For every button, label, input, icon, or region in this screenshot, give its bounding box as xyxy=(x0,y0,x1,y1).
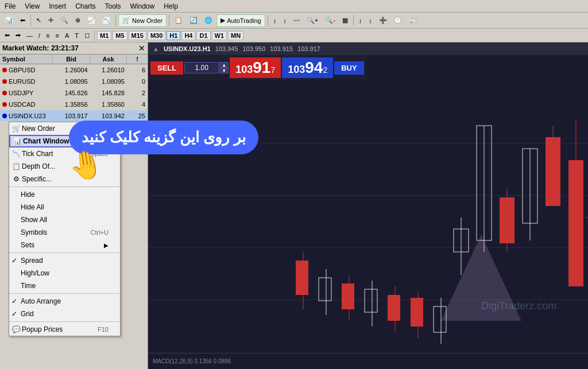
tf-w1[interactable]: W1 xyxy=(212,31,227,40)
cm-highlow[interactable]: High/Low xyxy=(9,267,120,279)
toolbar-btn-14[interactable]: ↕ xyxy=(366,14,375,27)
toolbar2-btn-4[interactable]: / xyxy=(36,30,42,41)
toolbar-btn-16[interactable]: 🕐 xyxy=(391,14,405,27)
toolbar-zoom-out[interactable]: 🔍- xyxy=(322,14,338,27)
tf-m5[interactable]: M5 xyxy=(113,31,127,40)
auto-arrange-checkmark: ✓ xyxy=(11,297,17,305)
toolbar2-font[interactable]: A xyxy=(63,30,71,41)
cm-grid[interactable]: ✓ Grid xyxy=(9,308,120,320)
indicator-usdcad xyxy=(2,102,7,107)
usdcad-ask: 1.35860 xyxy=(90,101,127,108)
menu-insert[interactable]: Insert xyxy=(44,1,71,11)
market-watch-close-btn[interactable]: ✕ xyxy=(138,44,145,53)
toolbar2-btn-1[interactable]: ⬅ xyxy=(2,30,12,41)
market-watch-row-gbpusd[interactable]: GBPUSD 1.26004 1.26010 6 xyxy=(0,64,148,76)
cm-new-order-label: New Order xyxy=(22,125,55,133)
auto-trading-btn[interactable]: ▶ AutoTrading xyxy=(216,14,265,27)
toolbar2-btn-8[interactable]: ◻ xyxy=(82,30,92,41)
menu-charts[interactable]: Charts xyxy=(71,1,100,11)
cm-show-all-label: Show All xyxy=(21,216,47,224)
main-layout: Market Watch: 23:21:37 ✕ Symbol Bid Ask … xyxy=(0,42,588,369)
toolbar2-btn-7[interactable]: T xyxy=(72,30,81,41)
cm-hide[interactable]: Hide xyxy=(9,188,120,201)
toolbar-btn-7[interactable]: 🔄 xyxy=(187,14,200,27)
chart-area[interactable]: ▲ USINDX.U23.H1 103.945 103.950 103.915 … xyxy=(148,42,588,369)
cm-popup-prices[interactable]: 💬 Popup Prices F10 xyxy=(9,323,120,336)
market-watch-row-usdcad[interactable]: USDCAD 1.35856 1.35860 4 xyxy=(0,99,148,110)
toolbar-btn-6[interactable]: 📋 xyxy=(172,14,185,27)
menu-view[interactable]: View xyxy=(20,1,44,11)
cm-sep-4 xyxy=(9,321,120,322)
toolbar2-btn-3[interactable]: — xyxy=(24,30,35,41)
tf-mn[interactable]: MN xyxy=(228,31,243,40)
menu-tools[interactable]: Tools xyxy=(100,1,126,11)
toolbar-btn-8[interactable]: 🌐 xyxy=(202,14,215,27)
cm-sets[interactable]: Sets ▶ xyxy=(9,239,120,251)
toolbar-zoom[interactable]: 🔍 xyxy=(57,14,71,27)
buy-button[interactable]: BUY xyxy=(334,61,363,75)
indicator-gbpusd xyxy=(2,68,7,72)
toolbar2-btn-2[interactable]: ➡ xyxy=(13,30,23,41)
toolbar-btn-12[interactable]: ▦ xyxy=(339,14,351,27)
chart-arrow-left[interactable]: ▲ xyxy=(153,45,159,52)
indicator-usdjpy xyxy=(2,91,7,95)
toolbar2-btn-5[interactable]: ≡ xyxy=(44,30,52,41)
cm-time[interactable]: Time xyxy=(9,279,120,292)
toolbar-btn-9[interactable]: ↕ xyxy=(270,14,280,27)
cm-sep-2 xyxy=(9,253,120,253)
menu-file[interactable]: File xyxy=(0,1,20,11)
toolbar2-btn-6[interactable]: ≡ xyxy=(53,30,61,41)
menu-window[interactable]: Window xyxy=(126,1,160,11)
popup-prices-icon: 💬 xyxy=(11,325,21,334)
eurusd-spread: 0 xyxy=(127,78,148,85)
cm-auto-arrange[interactable]: ✓ Auto Arrange xyxy=(9,295,120,308)
candlestick-chart: DigiTraderz.com xyxy=(148,91,588,352)
tf-h4[interactable]: H4 xyxy=(181,31,195,40)
toolbar-btn-3[interactable]: ⊕ xyxy=(72,14,83,27)
tf-m1[interactable]: M1 xyxy=(97,31,111,40)
cm-time-label: Time xyxy=(21,282,36,290)
lot-decrease-btn[interactable]: ▼ xyxy=(219,68,229,73)
tf-d1[interactable]: D1 xyxy=(196,31,210,40)
new-chart-btn[interactable]: 📊 xyxy=(2,14,16,27)
toolbar-crosshair[interactable]: ✛ xyxy=(45,14,56,27)
cm-specific[interactable]: ⚙ Specific... xyxy=(9,173,120,185)
cm-depth[interactable]: 📋 Depth Of... xyxy=(9,160,120,173)
cm-hide-all[interactable]: Hide All xyxy=(9,201,120,213)
svg-rect-27 xyxy=(388,295,400,321)
lot-size-input[interactable] xyxy=(184,62,219,73)
lot-increase-btn[interactable]: ▲ xyxy=(219,62,229,68)
tf-h1[interactable]: H1 xyxy=(167,31,180,40)
toolbar-btn-2[interactable]: ⬅ xyxy=(17,14,28,27)
cm-chart-window[interactable]: 📊 Chart Window xyxy=(9,135,120,147)
sep-5 xyxy=(353,15,354,26)
toolbar-btn-5[interactable]: 📉 xyxy=(99,14,113,27)
cm-show-all[interactable]: Show All xyxy=(9,213,120,226)
menu-help[interactable]: Help xyxy=(159,1,183,11)
cm-tick-chart[interactable]: 📉 Tick Chart Space xyxy=(9,147,120,160)
toolbar-zoom-in[interactable]: 🔍+ xyxy=(304,14,321,27)
market-watch-row-eurusd[interactable]: EURUSD 1.08095 1.08095 0 xyxy=(0,76,148,87)
toolbar-cursor[interactable]: ↖ xyxy=(33,14,44,27)
cm-new-order[interactable]: 🛒 New Order F9 xyxy=(9,122,120,135)
toolbar-btn-10[interactable]: ↕ xyxy=(280,14,289,27)
toolbar-btn-17[interactable]: 📰 xyxy=(406,14,420,27)
usindx-bid: 103.917 xyxy=(53,112,90,119)
toolbar-btn-4[interactable]: 📈 xyxy=(84,14,98,27)
gbpusd-label: GBPUSD xyxy=(9,67,35,73)
toolbar-btn-15[interactable]: ➕ xyxy=(376,14,390,27)
cm-symbols[interactable]: Symbols Ctrl+U xyxy=(9,226,120,239)
lot-arrows: ▲ ▼ xyxy=(219,62,229,73)
tf-m30[interactable]: M30 xyxy=(148,31,165,40)
new-order-btn[interactable]: 🛒 New Order xyxy=(118,14,167,27)
market-watch-row-usdjpy[interactable]: USDJPY 145.826 145.828 2 xyxy=(0,87,148,99)
market-watch-row-usindx[interactable]: USINDX.U23 103.917 103.942 25 xyxy=(0,110,148,122)
cm-spread-label: Spread xyxy=(21,257,43,265)
cm-popup-prices-label: Popup Prices xyxy=(22,325,63,333)
tf-m15[interactable]: M15 xyxy=(129,31,146,40)
cm-spread[interactable]: ✓ Spread xyxy=(9,254,120,267)
eurusd-ask: 1.08095 xyxy=(90,78,127,85)
toolbar-btn-13[interactable]: ↕ xyxy=(356,14,365,27)
sell-button[interactable]: SELL xyxy=(150,61,183,75)
toolbar-btn-11[interactable]: 〰 xyxy=(291,14,303,27)
